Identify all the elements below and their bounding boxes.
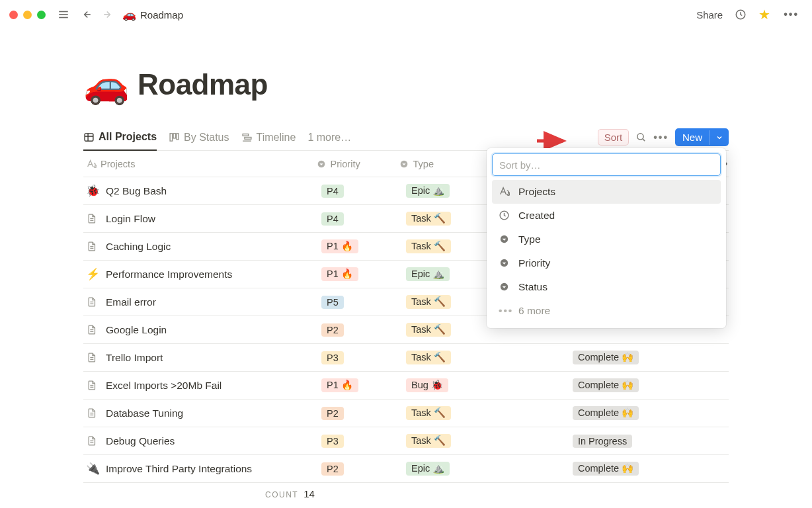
table-row[interactable]: 🔌 Improve Third Party Integrations P2 Ep…	[83, 455, 729, 483]
type-tag: Task 🔨	[406, 323, 451, 337]
priority-tag: P3	[321, 351, 344, 364]
tab-label: All Projects	[99, 131, 157, 143]
share-button[interactable]: Share	[692, 7, 727, 23]
view-more-button[interactable]: •••	[653, 132, 669, 144]
table-count: COUNT 14	[265, 483, 729, 505]
sort-option[interactable]: Projects	[492, 180, 721, 204]
row-icon	[86, 324, 99, 335]
row-icon	[86, 380, 99, 391]
status-tag: Complete 🙌	[573, 406, 639, 420]
svg-rect-13	[243, 134, 249, 136]
row-icon: ⚡	[86, 267, 99, 281]
breadcrumb-icon: 🚗	[122, 8, 136, 22]
row-title: Debug Queries	[106, 435, 175, 447]
type-tag: Epic ⛰️	[406, 267, 450, 281]
select-property-icon	[316, 159, 327, 169]
priority-tag: P4	[321, 185, 344, 198]
nav-forward-button[interactable]	[100, 6, 117, 23]
tab-timeline[interactable]: Timeline	[241, 132, 296, 150]
priority-tag: P1 🔥	[321, 378, 358, 392]
row-icon	[86, 352, 99, 363]
svg-rect-11	[173, 134, 176, 138]
dots-icon: •••	[499, 305, 510, 317]
new-button[interactable]: New	[675, 128, 729, 146]
priority-tag: P3	[321, 435, 344, 448]
status-tag: Complete 🙌	[573, 351, 639, 364]
window-close-button[interactable]	[9, 11, 18, 19]
row-icon	[86, 435, 99, 446]
status-tag: Complete 🙌	[573, 378, 639, 392]
sort-search-input[interactable]	[492, 153, 721, 176]
priority-tag: P1 🔥	[321, 239, 358, 253]
table-row[interactable]: Debug Queries P3 Task 🔨 In Progress	[83, 427, 729, 455]
row-icon	[86, 213, 99, 224]
tab-label: Timeline	[257, 132, 296, 144]
row-title: Email error	[106, 296, 156, 308]
table-row[interactable]: Excel Imports >20Mb Fail P1 🔥 Bug 🐞 Comp…	[83, 372, 729, 400]
svg-rect-10	[170, 134, 173, 141]
row-icon: 🔌	[86, 462, 99, 476]
sort-popover: ProjectsCreatedTypePriorityStatus ••• 6 …	[487, 148, 726, 328]
sort-option[interactable]: Status	[492, 275, 721, 299]
type-tag: Task 🔨	[406, 406, 451, 420]
priority-tag: P2	[321, 462, 344, 476]
type-tag: Epic ⛰️	[406, 184, 450, 198]
priority-tag: P4	[321, 212, 344, 226]
row-icon	[86, 241, 99, 252]
tab-more-views[interactable]: 1 more…	[307, 132, 351, 150]
window-topbar: 🚗 Roadmap Share ★ •••	[0, 0, 812, 29]
text-property-icon	[86, 159, 97, 169]
updates-button[interactable]	[732, 6, 749, 23]
tab-all-projects[interactable]: All Projects	[83, 131, 157, 151]
new-button-label: New	[675, 128, 710, 146]
table-row[interactable]: Database Tuning P2 Task 🔨 Complete 🙌	[83, 400, 729, 427]
page-title[interactable]: Roadmap	[138, 68, 268, 101]
priority-tag: P1 🔥	[321, 267, 358, 281]
svg-rect-12	[177, 134, 179, 140]
priority-tag: P2	[321, 407, 344, 420]
row-title: Performance Improvements	[106, 269, 232, 280]
page-more-button[interactable]: •••	[780, 6, 803, 23]
row-title: Improve Third Party Integrations	[106, 463, 252, 475]
row-title: Login Flow	[106, 213, 155, 225]
page-emoji[interactable]: 🚗	[83, 66, 130, 103]
chip-icon	[499, 233, 510, 245]
type-tag: Task 🔨	[406, 239, 451, 253]
sort-option[interactable]: Type	[492, 228, 721, 251]
column-header-priority[interactable]: Priority	[316, 159, 399, 169]
select-property-icon	[399, 159, 409, 169]
sort-option[interactable]: Priority	[492, 251, 721, 275]
search-button[interactable]	[635, 132, 647, 143]
svg-point-16	[637, 134, 643, 140]
nav-back-button[interactable]	[77, 6, 95, 23]
window-traffic-lights	[9, 11, 46, 19]
sort-more-option[interactable]: ••• 6 more	[492, 299, 721, 323]
sort-option[interactable]: Created	[492, 204, 721, 228]
favorite-star-button[interactable]: ★	[754, 4, 774, 25]
row-title: Excel Imports >20Mb Fail	[106, 380, 222, 392]
tab-label: By Status	[184, 132, 229, 144]
window-minimize-button[interactable]	[23, 11, 32, 19]
table-row[interactable]: Trello Import P3 Task 🔨 Complete 🙌	[83, 344, 729, 372]
row-icon	[86, 296, 99, 308]
window-zoom-button[interactable]	[37, 11, 46, 19]
chip-icon	[499, 257, 510, 269]
sort-button[interactable]: Sort	[598, 129, 629, 146]
tab-by-status[interactable]: By Status	[169, 132, 229, 150]
sidebar-toggle-button[interactable]	[55, 6, 72, 23]
board-icon	[169, 132, 180, 143]
row-icon: 🐞	[86, 184, 99, 198]
type-tag: Task 🔨	[406, 212, 451, 226]
row-title: Q2 Bug Bash	[106, 185, 167, 197]
column-header-projects[interactable]: Projects	[83, 159, 316, 169]
chevron-down-icon[interactable]	[710, 130, 729, 145]
breadcrumb[interactable]: 🚗 Roadmap	[122, 8, 183, 22]
row-title: Google Login	[106, 324, 167, 336]
breadcrumb-title: Roadmap	[140, 9, 183, 21]
type-tag: Task 🔨	[406, 434, 451, 448]
text-icon	[499, 186, 510, 198]
row-icon	[86, 407, 99, 419]
priority-tag: P2	[321, 323, 344, 337]
timeline-icon	[241, 132, 253, 143]
chip-icon	[499, 281, 510, 293]
